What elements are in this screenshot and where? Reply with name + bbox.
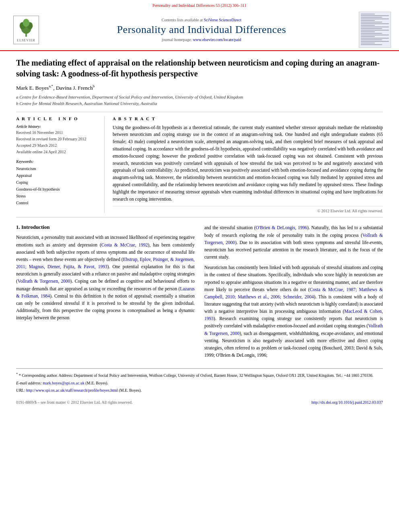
journal-thumbnail [359, 12, 391, 48]
intro-para2: and the stressful situation (O'Brien & D… [204, 224, 383, 261]
keyword-item: Appraisal [16, 172, 98, 179]
thumb-line [361, 18, 389, 19]
footnote-star: * * Corresponding author. Address: Depar… [16, 372, 383, 378]
abstract-text: Using the goodness-of-fit hypothesis as … [113, 124, 383, 203]
elsevier-logo: ELSEVIER [8, 16, 44, 44]
intro-heading: 1. Introduction [16, 224, 195, 230]
received-date: Received 16 November 2011 [16, 129, 98, 136]
article-dates: Received 16 November 2011 Received in re… [16, 129, 98, 155]
sciverse-line: Contents lists available at SciVerse Sci… [52, 18, 351, 22]
article-history-group: Article history: Received 16 November 20… [16, 124, 98, 155]
available-date: Available online 24 April 2012 [16, 149, 98, 155]
affiliations: a Centre for Evidence-Based Intervention… [16, 94, 383, 107]
elsevier-label: ELSEVIER [17, 39, 35, 42]
sciverse-link-text: SciVerse ScienceDirect [204, 18, 242, 22]
thumb-line [361, 20, 375, 21]
thumb-line [361, 39, 382, 40]
thumb-line [361, 17, 382, 18]
page: Personality and Individual Differences 5… [0, 0, 399, 532]
keyword-item: Control [16, 199, 98, 206]
thumb-line [361, 23, 389, 24]
elsevier-tree-icon [16, 18, 36, 38]
keyword-item: Neuroticism [16, 165, 98, 172]
keyword-item: Coping [16, 179, 98, 186]
sciverse-text: Contents lists available at [162, 18, 203, 22]
journal-center: Contents lists available at SciVerse Sci… [44, 18, 359, 42]
thumb-line [361, 27, 389, 27]
authors-line: Mark E. Boyesa,*, Davina J. Frenchb [16, 84, 383, 91]
intro-para1: Neuroticism, a personality trait associa… [16, 234, 195, 321]
thumb-line [361, 41, 389, 42]
issn-line: 0191-8869/$ – see front matter © 2012 El… [16, 400, 132, 405]
thumb-line [361, 33, 382, 34]
journal-top-bar: Personality and Individual Differences 5… [8, 3, 391, 8]
thumb-line [361, 43, 375, 43]
page-bottom: 0191-8869/$ – see front matter © 2012 El… [0, 398, 399, 408]
received-revised-date: Received in revised form 20 February 201… [16, 136, 98, 142]
author2-name: , Davina J. French [53, 85, 93, 91]
accepted-date: Accepted 29 March 2012 [16, 142, 98, 149]
thumb-line [361, 36, 375, 37]
body-left-col: 1. Introduction Neuroticism, a personali… [16, 224, 195, 362]
homepage-url-text: www.elsevier.com/locate/paid [193, 37, 241, 42]
journal-title: Personality and Individual Differences [52, 24, 351, 36]
sciverse-link[interactable]: SciVerse ScienceDirect [204, 18, 242, 22]
elsevier-logo-box: ELSEVIER [13, 16, 39, 44]
thumb-line [361, 25, 375, 26]
body-section: 1. Introduction Neuroticism, a personali… [16, 224, 383, 362]
author2-sup: b [93, 84, 95, 88]
main-content: The mediating effect of appraisal on the… [0, 51, 399, 368]
thumb-line [361, 30, 389, 31]
svg-point-4 [23, 18, 29, 27]
article-info-label: A R T I C L E I N F O [16, 116, 98, 121]
author1-name: Mark E. Boyes [16, 85, 49, 91]
thumb-line [361, 44, 382, 45]
doi-line: http://dx.doi.org/10.1016/j.paid.2012.03… [311, 400, 383, 405]
keyword-item: Goodness-of-fit hypothesis [16, 186, 98, 193]
article-title: The mediating effect of appraisal on the… [16, 58, 383, 79]
footnote-url: URL: http://www.spi.ox.ac.uk/staff/resea… [16, 387, 383, 393]
copyright-line: © 2012 Elsevier Ltd. All rights reserved… [113, 206, 383, 213]
abstract-section: A B S T R A C T Using the goodness-of-fi… [113, 116, 383, 214]
keywords-list: NeuroticismAppraisalCopingGoodness-of-fi… [16, 165, 98, 206]
thumb-line [361, 35, 389, 35]
thumb-line [361, 28, 382, 29]
journal-volume-info: Personality and Individual Differences 5… [152, 3, 246, 8]
history-label: Article history: [16, 124, 98, 129]
affiliation-b: b Centre for Mental Health Research, Aus… [16, 100, 383, 107]
thumb-line [361, 14, 375, 14]
article-info-left: A R T I C L E I N F O Article history: R… [16, 116, 105, 214]
article-info-section: A R T I C L E I N F O Article history: R… [16, 112, 383, 218]
footnote-email: E-mail address: mark.boyes@spi.ox.ac.uk … [16, 380, 383, 386]
affiliation-a: a Centre for Evidence-Based Intervention… [16, 94, 383, 101]
thumb-line [361, 15, 389, 16]
abstract-label: A B S T R A C T [113, 116, 383, 121]
thumbnail-lines [361, 14, 389, 46]
journal-header-content: ELSEVIER Contents lists available at Sci… [8, 9, 391, 50]
keywords-group: Keywords: NeuroticismAppraisalCopingGood… [16, 159, 98, 206]
journal-homepage: journal homepage: www.elsevier.com/locat… [52, 37, 351, 42]
keywords-label: Keywords: [16, 159, 98, 164]
page-footer: * * Corresponding author. Address: Depar… [16, 368, 383, 397]
homepage-url[interactable]: www.elsevier.com/locate/paid [193, 37, 241, 42]
author1-sup: a,* [49, 84, 53, 88]
journal-header: Personality and Individual Differences 5… [0, 0, 399, 51]
footnote-section: * * Corresponding author. Address: Depar… [16, 372, 383, 393]
keyword-item: Stress [16, 193, 98, 199]
intro-para3: Neuroticism has consistently been linked… [204, 264, 383, 359]
thumb-line [361, 22, 382, 23]
body-right-col: and the stressful situation (O'Brien & D… [204, 224, 383, 362]
thumb-line [361, 38, 389, 39]
homepage-label: journal homepage: [162, 37, 192, 42]
thumb-line [361, 31, 375, 32]
